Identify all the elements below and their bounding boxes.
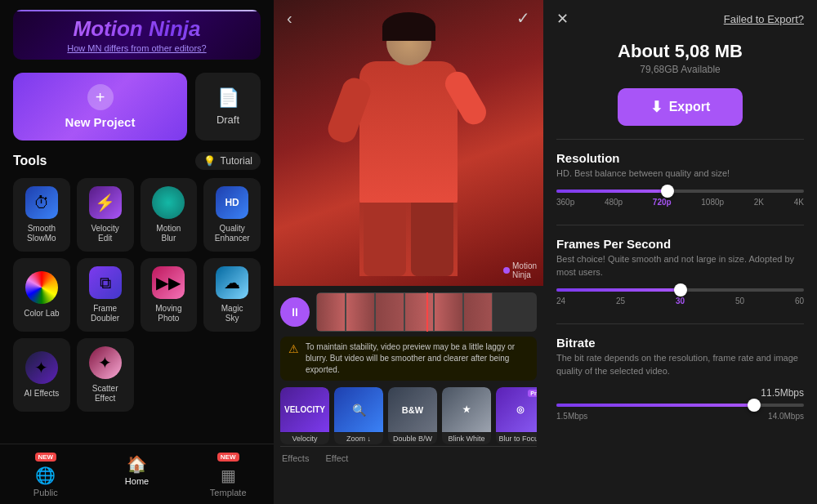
timeline-thumb-2 <box>346 292 375 332</box>
video-header: ‹ ✓ <box>274 0 543 36</box>
resolution-slider-thumb[interactable] <box>661 185 674 198</box>
pro-badge: Pro <box>528 390 537 397</box>
tutorial-badge[interactable]: 💡 Tutorial <box>195 152 261 170</box>
timeline-playhead <box>426 292 428 332</box>
tool-magic-sky[interactable]: ☁ MagicSky <box>203 258 261 332</box>
bitrate-min: 1.5Mbps <box>556 412 587 421</box>
app-subtitle[interactable]: How MN differs from other editors? <box>20 43 254 53</box>
bitrate-slider-fill <box>556 404 754 407</box>
fps-slider-container: 24 25 30 50 60 <box>556 288 804 306</box>
magic-sky-label: MagicSky <box>221 304 243 323</box>
timeline-thumb-5 <box>434 292 463 332</box>
resolution-slider-track <box>556 190 804 193</box>
export-label: Export <box>669 100 711 114</box>
export-header: ✕ Failed to Export? <box>543 0 817 34</box>
bitrate-slider-thumb[interactable] <box>748 399 761 412</box>
effect-blink-label: Blink White <box>442 433 491 444</box>
tool-color-lab[interactable]: Color Lab <box>13 258 70 332</box>
bitrate-desc: The bit rate depends on the resolution, … <box>556 352 804 377</box>
tools-section: Tools 💡 Tutorial ⏱ SmoothSlowMo ⚡ Veloci… <box>0 149 274 417</box>
moving-photo-icon: ▶▶ <box>152 266 185 299</box>
effects-nav-effects[interactable]: Effects <box>280 452 310 465</box>
quality-enhancer-icon: HD <box>216 186 248 219</box>
nav-template[interactable]: NEW ▦ Template <box>182 451 274 501</box>
fps-slider-thumb[interactable] <box>674 283 687 297</box>
back-arrow-icon[interactable]: ‹ <box>287 9 292 28</box>
effect-bw[interactable]: B&W Double B/W <box>388 387 437 444</box>
nav-public[interactable]: NEW 🌐 Public <box>0 451 92 501</box>
home-icon: 🏠 <box>127 454 147 474</box>
timeline-strip[interactable] <box>316 292 537 332</box>
check-icon[interactable]: ✓ <box>516 8 530 28</box>
new-project-label: New Project <box>65 115 136 129</box>
tool-scatter-effect[interactable]: ✦ ScatterEffect <box>77 338 134 412</box>
bitrate-range: 1.5Mbps 14.0Mbps <box>556 412 804 421</box>
timeline-thumb-6 <box>463 292 493 332</box>
frame-doubler-icon: ⧉ <box>89 266 122 299</box>
video-area: MotionNinja <box>274 0 543 286</box>
scatter-effect-icon: ✦ <box>89 346 122 379</box>
action-buttons: + New Project 📄 Draft <box>0 65 274 149</box>
tool-moving-photo[interactable]: ▶▶ MovingPhoto <box>141 258 198 332</box>
effects-nav: Effects Effect <box>280 446 537 466</box>
velocity-edit-icon: ⚡ <box>89 186 122 219</box>
motion-blur-icon <box>152 186 185 219</box>
tool-quality-enhancer[interactable]: HD QualityEnhancer <box>203 178 261 252</box>
close-button[interactable]: ✕ <box>556 10 569 28</box>
effect-velocity[interactable]: VELOCITY Velocity <box>280 387 329 444</box>
export-icon: ⬇ <box>650 98 663 116</box>
bitrate-max: 14.0Mbps <box>768 412 804 421</box>
smooth-slowmo-icon: ⏱ <box>25 186 58 219</box>
tool-frame-doubler[interactable]: ⧉ FrameDoubler <box>77 258 134 332</box>
bitrate-section: Bitrate The bit rate depends on the reso… <box>543 324 817 439</box>
effect-blink[interactable]: ★ Blink White <box>442 387 491 444</box>
template-new-badge: NEW <box>217 453 239 462</box>
new-project-button[interactable]: + New Project <box>13 73 187 140</box>
tool-ai-effects[interactable]: ✦ AI Effects <box>13 338 70 412</box>
effects-nav-effect[interactable]: Effect <box>324 452 350 465</box>
warning-banner: ⚠ To maintain stability, video preview m… <box>280 337 537 381</box>
effect-blur-focus[interactable]: Pro ◎ Blur to Focus <box>496 387 537 444</box>
warning-text: To maintain stability, video preview may… <box>306 341 529 376</box>
draft-icon: 📄 <box>217 87 239 109</box>
failed-export-link[interactable]: Failed to Export? <box>724 13 804 25</box>
play-pause-button[interactable]: ⏸ <box>280 297 310 327</box>
magic-sky-icon: ☁ <box>216 266 248 299</box>
bitrate-value: 11.5Mbps <box>556 387 804 399</box>
tutorial-label: Tutorial <box>220 155 252 167</box>
quality-enhancer-label: QualityEnhancer <box>215 224 250 243</box>
effect-bw-label: Double B/W <box>388 433 437 444</box>
fps-slider-fill <box>556 288 681 292</box>
tools-header: Tools 💡 Tutorial <box>13 152 261 170</box>
watermark: MotionNinja <box>503 261 537 279</box>
draft-button[interactable]: 📄 Draft <box>195 73 261 140</box>
resolution-slider-container: 360p 480p 720p 1080p 2K 4K <box>556 190 804 207</box>
color-lab-label: Color Lab <box>24 309 59 319</box>
file-info: About 5,08 MB 79,68GB Available <box>543 34 817 85</box>
bitrate-slider-container: 1.5Mbps 14.0Mbps <box>556 404 804 421</box>
public-icon: 🌐 <box>35 466 56 485</box>
effect-blur-focus-label: Blur to Focus <box>496 433 537 444</box>
tool-velocity-edit[interactable]: ⚡ VelocityEdit <box>77 178 134 252</box>
effect-velocity-label: Velocity <box>280 433 329 444</box>
effect-zoom-label: Zoom ↓ <box>334 433 383 444</box>
middle-panel: ‹ ✓ <box>274 0 543 504</box>
export-button[interactable]: ⬇ Export <box>618 88 743 126</box>
plus-icon: + <box>87 84 114 110</box>
tools-grid: ⏱ SmoothSlowMo ⚡ VelocityEdit MotionBlur… <box>13 178 261 412</box>
tool-smooth-slowmo[interactable]: ⏱ SmoothSlowMo <box>13 178 70 252</box>
nav-home[interactable]: 🏠 Home <box>92 451 183 501</box>
video-figure <box>327 12 490 274</box>
fps-section: Frames Per Second Best choice! Quite smo… <box>543 225 817 323</box>
resolution-title: Resolution <box>556 151 804 165</box>
tool-motion-blur[interactable]: MotionBlur <box>141 178 198 252</box>
fps-slider-track <box>556 288 804 292</box>
timeline-thumb-4 <box>404 292 434 332</box>
resolution-labels: 360p 480p 720p 1080p 2K 4K <box>556 198 804 207</box>
video-placeholder: MotionNinja <box>274 0 543 286</box>
timeline-thumb-1 <box>316 292 346 332</box>
resolution-desc: HD. Best balance between quality and siz… <box>556 167 804 180</box>
home-label: Home <box>125 476 149 486</box>
effect-zoom[interactable]: 🔍 Zoom ↓ <box>334 387 383 444</box>
public-label: Public <box>33 488 58 497</box>
